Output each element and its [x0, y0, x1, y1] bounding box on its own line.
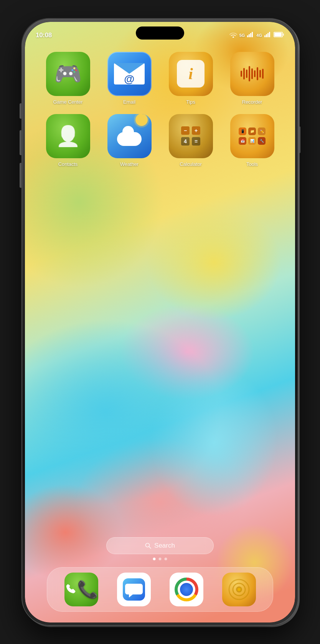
svg-rect-4 — [264, 35, 266, 37]
battery-icon — [274, 32, 284, 38]
wifi-icon — [229, 32, 237, 39]
svg-line-12 — [149, 546, 151, 548]
game-center-icon — [46, 52, 90, 96]
wave-bar — [251, 68, 253, 79]
cloud-icon — [117, 132, 142, 146]
page-indicators — [153, 558, 167, 560]
svg-rect-3 — [252, 32, 253, 37]
recorder-icon-inner — [241, 66, 264, 81]
svg-rect-0 — [247, 35, 248, 37]
search-label: Search — [154, 542, 175, 550]
app-item-recorder[interactable]: Recorder — [223, 52, 281, 105]
search-icon — [145, 543, 151, 549]
tips-label: Tips — [186, 99, 195, 105]
status-icons: 5G 4G — [229, 32, 284, 39]
weather-cloud-wrapper — [114, 124, 145, 147]
app-item-contacts[interactable]: Contacts — [39, 114, 97, 167]
app-item-email[interactable]: Email — [100, 52, 158, 105]
tool-icon-2: 📁 — [248, 127, 256, 135]
svg-rect-5 — [266, 34, 267, 37]
recorder-label: Recorder — [242, 99, 262, 105]
messages-icon — [123, 578, 145, 601]
wave-bar — [254, 70, 256, 77]
tips-icon-inner: i — [177, 60, 205, 88]
svg-rect-2 — [250, 33, 251, 37]
power-button[interactable] — [299, 126, 300, 153]
volume-down-button[interactable] — [20, 163, 21, 188]
phone-frame: 10:08 5G — [22, 19, 298, 626]
signal-bars-icon — [247, 32, 254, 38]
recorder-icon — [230, 52, 274, 96]
settings-icon — [228, 579, 250, 600]
email-label: Email — [123, 99, 135, 105]
email-icon — [107, 52, 152, 96]
page-dot-3 — [165, 558, 167, 560]
calculator-label: Calculator — [180, 161, 202, 167]
status-time: 10:08 — [36, 31, 52, 39]
tool-icon-4: 📅 — [239, 137, 246, 145]
app-item-weather[interactable]: Weather — [100, 114, 158, 167]
app-item-calculator[interactable]: − + 4 = Calculator — [162, 114, 220, 167]
weather-icon — [107, 114, 152, 158]
wave-bar — [262, 69, 264, 79]
signal-bars-2-icon — [264, 32, 271, 38]
tool-icon-3: ✏️ — [258, 127, 266, 135]
5g-icon: 5G — [239, 33, 245, 38]
chrome-icon — [175, 578, 198, 601]
calc-btn-eq: = — [192, 137, 200, 146]
calc-grid: − + 4 = — [176, 122, 205, 150]
email-icon-inner — [114, 63, 145, 84]
4g-icon: 4G — [256, 33, 262, 38]
weather-icon-inner — [114, 124, 145, 147]
tools-grid: 📱 📁 ✏️ 📅 📊 🔧 — [233, 122, 271, 150]
tips-icon: i — [169, 52, 213, 96]
svg-rect-1 — [249, 34, 250, 37]
wave-bar — [259, 70, 261, 78]
svg-rect-6 — [267, 33, 269, 37]
contacts-icon — [46, 114, 90, 158]
svg-rect-10 — [283, 33, 284, 36]
page-dot-2 — [159, 558, 162, 560]
tool-icon-5: 📊 — [248, 137, 256, 145]
sun-icon — [135, 114, 148, 126]
dock-item-phone[interactable]: 📞 — [64, 573, 98, 606]
phone-screen: 10:08 5G — [25, 22, 295, 622]
dock-item-settings[interactable] — [222, 573, 256, 606]
chrome-inner-circle — [180, 583, 193, 596]
tools-label: Tools — [246, 161, 258, 167]
svg-point-17 — [238, 588, 241, 591]
phone-icon — [64, 580, 77, 599]
wave-bar — [243, 68, 245, 79]
wave-bar — [249, 66, 250, 81]
weather-label: Weather — [120, 161, 139, 167]
dock-item-messages[interactable] — [117, 573, 151, 606]
app-item-game-center[interactable]: Game Center — [39, 52, 97, 105]
calc-btn-minus: − — [181, 126, 190, 135]
app-grid: Game Center Email i Tips — [25, 52, 295, 167]
wave-bar — [257, 67, 258, 80]
svg-rect-7 — [269, 32, 270, 37]
home-screen: 10:08 5G — [25, 22, 295, 622]
calculator-icon: − + 4 = — [169, 114, 213, 158]
wave-bar — [246, 70, 247, 78]
dock: 📞 — [47, 567, 273, 612]
calc-btn-plus: + — [192, 126, 200, 135]
phone-emoji: 📞 — [77, 579, 98, 599]
dynamic-island — [136, 26, 184, 40]
tools-icon: 📱 📁 ✏️ 📅 📊 🔧 — [230, 114, 274, 158]
tool-icon-1: 📱 — [239, 127, 246, 135]
wave-bar — [241, 71, 242, 77]
dock-item-chrome[interactable] — [170, 573, 203, 606]
app-item-tips[interactable]: i Tips — [162, 52, 220, 105]
search-bar[interactable]: Search — [106, 537, 214, 554]
game-center-label: Game Center — [53, 99, 83, 105]
messages-icon-wrapper — [117, 573, 151, 606]
waveform — [241, 66, 264, 81]
tool-icon-6: 🔧 — [258, 137, 266, 145]
svg-rect-9 — [274, 33, 282, 36]
calc-btn-4: 4 — [181, 137, 190, 146]
app-item-tools[interactable]: 📱 📁 ✏️ 📅 📊 🔧 Tools — [223, 114, 281, 167]
volume-up-button[interactable] — [20, 130, 21, 155]
contacts-label: Contacts — [58, 161, 78, 167]
mute-button[interactable] — [20, 103, 21, 119]
